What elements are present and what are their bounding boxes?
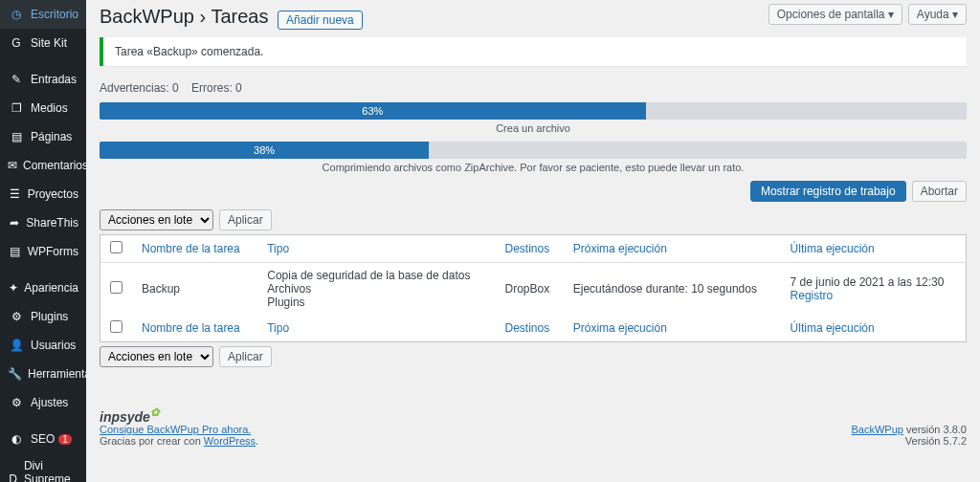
sidebar-item-dashboard[interactable]: ◷Escritorio [0, 0, 86, 29]
progress-1-fill: 63% [100, 102, 646, 120]
sidebar-item-appearance[interactable]: ✦Apariencia [0, 274, 86, 302]
sidebar-label: Medios [31, 101, 68, 115]
main-content: Opciones de pantalla ▾ Ayuda ▾ BackWPup … [86, 0, 980, 482]
sidebar-label: Plugins [31, 310, 68, 323]
progress-1: 63% [100, 102, 967, 120]
sidebar-label: Usuarios [31, 339, 76, 352]
brush-icon: ✦ [8, 279, 18, 296]
plugin-version-link[interactable]: BackWPup [852, 424, 903, 435]
sidebar-item-divi-supreme[interactable]: DDivi Supreme Pro [0, 453, 86, 482]
wordpress-link[interactable]: WordPress [204, 435, 256, 447]
dashboard-icon: ◷ [8, 6, 25, 23]
errors-label: Errores: [191, 81, 233, 95]
plugin-icon: ⚙ [8, 308, 25, 325]
warnings-label: Advertencias: [100, 81, 169, 95]
abort-button[interactable]: Abortar [912, 181, 967, 202]
breadcrumb-separator: › [200, 6, 207, 27]
page-icon: ▤ [8, 128, 25, 145]
select-all-top[interactable] [110, 241, 122, 253]
sidebar-item-users[interactable]: 👤Usuarios [0, 331, 86, 360]
sidebar-item-media[interactable]: ❐Medios [0, 94, 86, 122]
col-dest-foot[interactable]: Destinos [504, 321, 549, 335]
sidebar-label: Site Kit [31, 36, 67, 50]
tools-icon: 🔧 [8, 365, 22, 383]
help-label: Ayuda [917, 8, 949, 21]
sidebar-item-comments[interactable]: ✉Comentarios [0, 151, 86, 180]
show-log-button[interactable]: Mostrar registro de trabajo [750, 181, 906, 202]
col-last-foot[interactable]: Última ejecución [791, 321, 875, 335]
sidebar-label: ShareThis [26, 216, 78, 230]
add-new-button[interactable]: Añadir nueva [278, 11, 363, 30]
sidebar-item-projects[interactable]: ☰Proyectos [0, 180, 86, 208]
job-stats: Advertencias: 0 Errores: 0 [100, 81, 967, 95]
bulk-apply-top[interactable]: Aplicar [219, 209, 272, 230]
sidebar-label: WPForms [28, 245, 78, 258]
inpsyde-logo: inpsyde✿ [100, 405, 258, 425]
col-name[interactable]: Nombre de la tarea [142, 242, 240, 255]
thanks-text: Gracias por crear con [100, 435, 204, 447]
job-next: Ejecutándose durante: 10 segundos [564, 262, 781, 315]
sidebar-item-sharethis[interactable]: ➦ShareThis [0, 208, 86, 237]
share-icon: ➦ [8, 214, 20, 231]
progress-2-fill: 38% [100, 142, 429, 159]
sidebar-item-wpforms[interactable]: ▤WPForms [0, 237, 86, 266]
col-name-foot[interactable]: Nombre de la tarea [142, 321, 240, 335]
sidebar-item-posts[interactable]: ✎Entradas [0, 65, 86, 94]
comment-icon: ✉ [8, 157, 17, 174]
plugin-name: BackWPup [100, 6, 194, 27]
screen-options-button[interactable]: Opciones de pantalla ▾ [768, 4, 902, 25]
sidebar-label: Apariencia [24, 281, 78, 295]
type-line: Archivos [267, 282, 485, 296]
admin-sidebar: ◷Escritorio GSite Kit ✎Entradas ❐Medios … [0, 0, 86, 482]
settings-icon: ⚙ [8, 394, 25, 411]
media-icon: ❐ [8, 99, 25, 117]
log-link[interactable]: Registro [791, 289, 834, 302]
bulk-action-select-bottom[interactable]: Acciones en lote [100, 346, 213, 367]
screen-options-label: Opciones de pantalla [777, 8, 885, 21]
col-type[interactable]: Tipo [267, 242, 289, 255]
bulk-action-select-top[interactable]: Acciones en lote [100, 209, 213, 230]
col-type-foot[interactable]: Tipo [267, 321, 289, 335]
bulk-apply-bottom[interactable]: Aplicar [219, 346, 272, 367]
col-dest[interactable]: Destinos [504, 242, 549, 255]
divi-supreme-icon: D [8, 471, 18, 482]
sidebar-item-plugins[interactable]: ⚙Plugins [0, 302, 86, 331]
users-icon: 👤 [8, 337, 25, 354]
select-all-bottom[interactable] [110, 320, 122, 333]
last-date: 7 de junio de 2021 a las 12:30 [791, 275, 956, 289]
table-row: Backup Copia de seguridad de la base de … [100, 262, 967, 315]
progress-1-caption: Crea un archivo [100, 122, 967, 134]
type-line: Plugins [267, 296, 485, 309]
forms-icon: ▤ [8, 243, 22, 260]
job-dest: DropBox [495, 262, 563, 315]
sitekit-icon: G [8, 34, 25, 52]
pro-promo-link[interactable]: Consigue BackWPup Pro ahora. [100, 424, 251, 435]
col-next-foot[interactable]: Próxima ejecución [573, 321, 667, 335]
plugin-version: versión 3.8.0 [903, 424, 967, 435]
sidebar-item-sitekit[interactable]: GSite Kit [0, 29, 86, 57]
sidebar-item-seo[interactable]: ◐SEO1 [0, 425, 86, 453]
pin-icon: ✎ [8, 71, 25, 88]
jobs-table: Nombre de la tarea Tipo Destinos Próxima… [100, 234, 967, 342]
progress-2-caption: Comprimiendo archivos como ZipArchive. P… [100, 162, 967, 173]
sidebar-item-tools[interactable]: 🔧Herramientas [0, 360, 86, 388]
row-checkbox[interactable] [110, 281, 122, 294]
help-button[interactable]: Ayuda ▾ [908, 4, 967, 25]
wp-version: Versión 5.7.2 [852, 435, 967, 447]
sidebar-item-pages[interactable]: ▤Páginas [0, 122, 86, 151]
sidebar-label: Proyectos [28, 187, 78, 201]
sidebar-label: Comentarios [23, 159, 88, 172]
sidebar-item-settings[interactable]: ⚙Ajustes [0, 388, 86, 417]
col-next[interactable]: Próxima ejecución [573, 242, 667, 255]
sidebar-label: Entradas [31, 73, 77, 86]
errors-count: 0 [235, 81, 242, 95]
job-last: 7 de junio de 2021 a las 12:30 Registro [781, 262, 967, 315]
job-type: Copia de seguridad de la base de datos A… [257, 262, 495, 315]
update-badge: 1 [58, 434, 72, 445]
sidebar-label: Ajustes [31, 396, 68, 409]
footer: inpsyde✿ Consigue BackWPup Pro ahora. Gr… [100, 405, 967, 448]
sidebar-label: Páginas [31, 130, 72, 143]
page-title: Tareas [211, 6, 268, 27]
col-last[interactable]: Última ejecución [791, 242, 875, 255]
progress-2: 38% [100, 142, 967, 159]
